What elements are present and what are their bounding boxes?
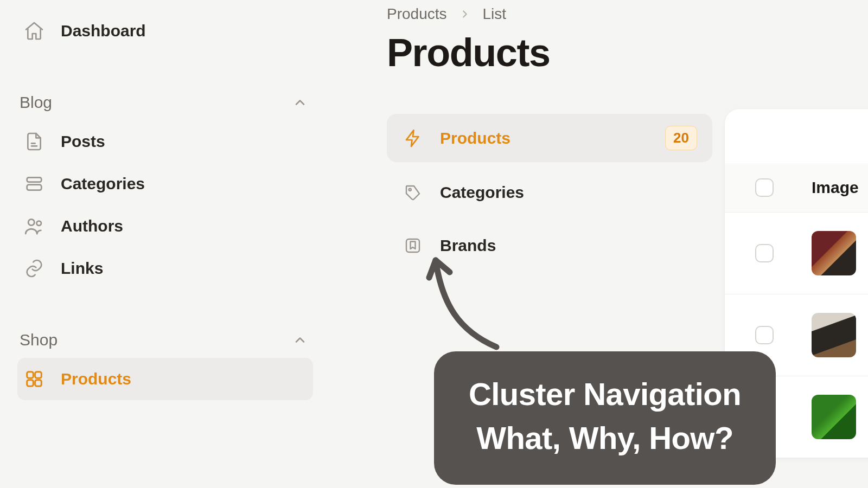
sidebar-item-products[interactable]: Products bbox=[17, 358, 313, 400]
sidebar-group-shop[interactable]: Shop bbox=[17, 322, 313, 358]
sidebar-item-label: Authors bbox=[61, 217, 123, 235]
sidebar-group-title: Blog bbox=[20, 93, 52, 112]
product-thumbnail bbox=[812, 313, 856, 357]
sidebar-item-categories[interactable]: Categories bbox=[17, 163, 313, 205]
bolt-icon bbox=[402, 127, 424, 149]
sidebar-group-title: Shop bbox=[20, 331, 58, 349]
cluster-item-products[interactable]: Products 20 bbox=[387, 114, 712, 162]
breadcrumb-parent[interactable]: Products bbox=[387, 5, 447, 23]
product-thumbnail bbox=[812, 231, 856, 275]
svg-point-4 bbox=[28, 219, 34, 225]
product-thumbnail bbox=[812, 395, 856, 439]
page-title: Products bbox=[387, 30, 868, 75]
chevron-up-icon bbox=[292, 95, 308, 110]
svg-rect-8 bbox=[27, 380, 34, 387]
breadcrumb: Products List bbox=[387, 5, 868, 23]
bookmark-icon bbox=[402, 235, 424, 256]
stack-icon bbox=[23, 172, 46, 195]
home-icon bbox=[23, 20, 46, 42]
sidebar-item-links[interactable]: Links bbox=[17, 247, 313, 290]
document-icon bbox=[23, 130, 46, 153]
column-header-image[interactable]: Image bbox=[812, 178, 859, 197]
chevron-right-icon bbox=[459, 8, 471, 20]
sidebar-item-label: Dashboard bbox=[61, 22, 146, 40]
chevron-up-icon bbox=[292, 332, 308, 348]
svg-rect-3 bbox=[27, 185, 42, 190]
sidebar-item-posts[interactable]: Posts bbox=[17, 120, 313, 163]
count-badge: 20 bbox=[665, 126, 697, 150]
tag-icon bbox=[402, 182, 424, 203]
row-checkbox[interactable] bbox=[755, 244, 774, 262]
cluster-item-label: Categories bbox=[440, 183, 524, 202]
svg-rect-9 bbox=[35, 380, 42, 387]
sidebar-item-authors[interactable]: Authors bbox=[17, 205, 313, 247]
breadcrumb-current: List bbox=[483, 5, 507, 23]
svg-point-5 bbox=[37, 221, 41, 226]
link-icon bbox=[23, 257, 46, 280]
sidebar-item-label: Links bbox=[61, 259, 103, 278]
annotation-line: Cluster Navigation bbox=[469, 372, 741, 416]
annotation-callout: Cluster Navigation What, Why, How? bbox=[434, 351, 776, 485]
svg-point-10 bbox=[409, 189, 411, 191]
users-icon bbox=[23, 215, 46, 237]
sidebar-item-dashboard[interactable]: Dashboard bbox=[17, 10, 313, 52]
annotation-line: What, Why, How? bbox=[469, 416, 741, 460]
svg-rect-6 bbox=[27, 372, 34, 378]
grid-icon bbox=[23, 368, 46, 390]
svg-rect-7 bbox=[35, 372, 42, 378]
table-header: Image bbox=[725, 163, 868, 213]
cluster-nav: Products 20 Categories Brands bbox=[387, 114, 712, 268]
table-row[interactable] bbox=[725, 213, 868, 294]
select-all-checkbox[interactable] bbox=[755, 178, 774, 197]
sidebar-item-label: Products bbox=[61, 370, 131, 388]
cluster-item-brands[interactable]: Brands bbox=[387, 223, 712, 268]
row-checkbox[interactable] bbox=[755, 326, 774, 344]
sidebar-item-label: Posts bbox=[61, 132, 105, 151]
svg-rect-2 bbox=[27, 177, 42, 182]
sidebar-group-blog[interactable]: Blog bbox=[17, 85, 313, 120]
sidebar: Dashboard Blog Posts Categories Authors bbox=[0, 0, 323, 488]
cluster-item-categories[interactable]: Categories bbox=[387, 170, 712, 215]
cluster-item-label: Products bbox=[440, 129, 510, 147]
sidebar-item-label: Categories bbox=[61, 175, 145, 193]
cluster-item-label: Brands bbox=[440, 236, 496, 255]
